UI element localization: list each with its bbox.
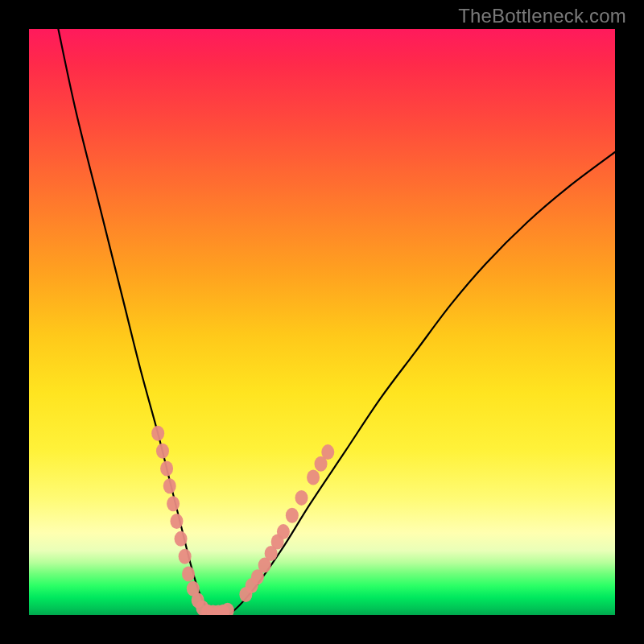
- marker-dot: [156, 444, 169, 459]
- watermark-text: TheBottleneck.com: [458, 5, 626, 27]
- marker-dot: [160, 461, 173, 477]
- marker-dot: [175, 531, 188, 547]
- marker-dot: [307, 469, 320, 485]
- marker-dot: [179, 549, 192, 564]
- marker-dot: [163, 478, 176, 493]
- chart-svg: [29, 29, 615, 615]
- marker-dot: [182, 567, 195, 582]
- marker-dot: [286, 508, 299, 523]
- marker-dot: [295, 490, 308, 506]
- curve-path: [58, 29, 615, 615]
- marker-dot: [170, 514, 183, 529]
- marker-dot: [321, 444, 334, 460]
- marker-group-left-cluster-markers: [151, 426, 208, 615]
- chart-frame: TheBottleneck.com: [0, 0, 644, 644]
- marker-dot: [277, 524, 290, 539]
- plot-area: [29, 29, 615, 615]
- marker-group-right-cluster-markers: [239, 444, 334, 602]
- marker-dot: [167, 496, 180, 511]
- marker-dot: [151, 426, 164, 441]
